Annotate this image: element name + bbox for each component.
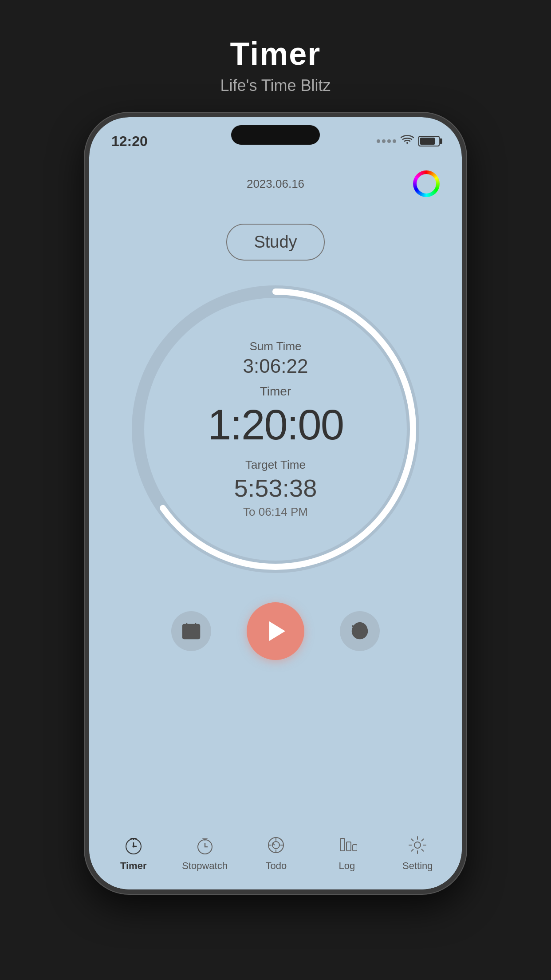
battery-fill [420,138,435,145]
tab-log-label: Log [338,860,355,872]
tab-todo[interactable]: Todo [254,834,298,872]
signal-dot-2 [382,139,386,143]
top-bar: 2023.06.16 [107,166,444,202]
target-time-value: 5:53:38 [234,474,317,502]
tab-setting[interactable]: Setting [395,834,440,872]
setting-tab-icon [406,834,429,857]
svg-point-25 [414,842,421,848]
log-tab-icon [335,834,358,857]
tab-setting-label: Setting [402,860,433,872]
timer-tab-icon [122,834,145,857]
tab-timer[interactable]: Timer [111,834,156,872]
todo-tab-icon [264,834,287,857]
tab-bar: Timer Stopwatch [89,825,462,889]
battery-icon [418,136,440,146]
play-button[interactable] [247,602,304,660]
app-header: Timer Life's Time Blitz [220,36,331,95]
target-time-to: To 06:14 PM [243,505,308,519]
svg-rect-23 [346,842,351,851]
timer-content: Sum Time 3:06:22 Timer 1:20:00 Target Ti… [208,340,343,519]
phone-frame: 12:20 [85,113,466,894]
phone-screen: 12:20 [89,117,462,889]
svg-rect-24 [353,845,357,851]
signal-dot-1 [377,139,380,143]
svg-rect-22 [340,838,345,851]
timer-label: Timer [260,384,291,399]
svg-point-0 [406,142,408,144]
status-bar: 12:20 [89,117,462,153]
dynamic-island [231,125,320,145]
tab-stopwatch-label: Stopwatch [182,860,228,872]
controls [171,602,380,660]
signal-dots [377,139,396,143]
tab-stopwatch[interactable]: Stopwatch [182,834,228,872]
app-title: Timer [220,36,331,72]
svg-point-12 [132,846,134,848]
add-calendar-button[interactable] [171,611,211,651]
timer-container: Sum Time 3:06:22 Timer 1:20:00 Target Ti… [125,278,426,580]
tab-todo-label: Todo [266,860,287,872]
tab-timer-label: Timer [120,860,147,872]
target-time-label: Target Time [245,458,306,472]
date-label: 2023.06.16 [138,177,413,191]
status-time: 12:20 [111,133,148,150]
play-icon [269,621,285,641]
wifi-icon [401,134,414,148]
timer-value: 1:20:00 [208,400,343,449]
svg-point-16 [272,842,279,849]
study-button[interactable]: Study [226,224,324,261]
signal-dot-4 [393,139,396,143]
sum-time-label: Sum Time [249,340,301,353]
status-icons [377,134,440,148]
history-button[interactable] [340,611,380,651]
sum-time-value: 3:06:22 [243,355,308,377]
app-subtitle: Life's Time Blitz [220,76,331,95]
tab-log[interactable]: Log [325,834,369,872]
stopwatch-tab-icon [193,834,216,857]
svg-rect-3 [183,624,200,639]
color-wheel-icon[interactable] [413,170,440,197]
screen-content: 2023.06.16 Study Sum Time 3:06:22 [89,153,462,825]
signal-dot-3 [387,139,391,143]
app-background: Timer Life's Time Blitz 12:20 [0,0,551,980]
